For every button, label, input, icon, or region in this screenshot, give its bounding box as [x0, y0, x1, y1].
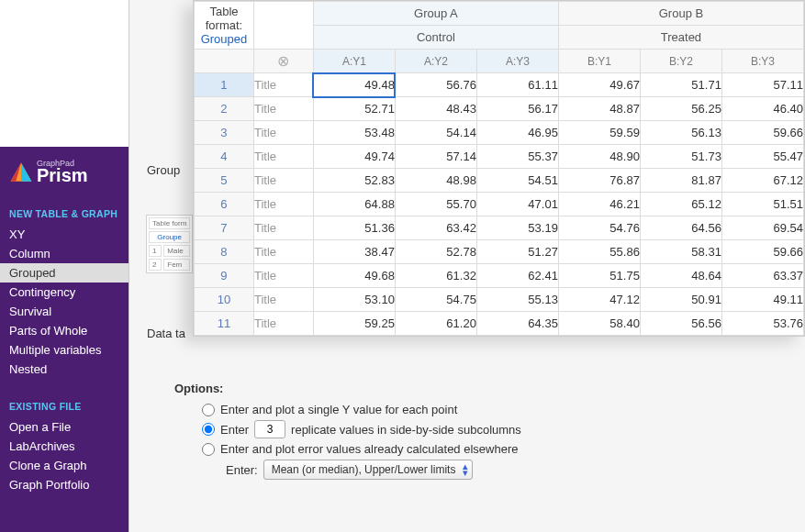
sidebar-item-xy[interactable]: XY: [0, 225, 129, 244]
row-title-cell[interactable]: Title: [253, 288, 313, 312]
data-cell[interactable]: 55.13: [476, 288, 558, 312]
data-cell[interactable]: 56.76: [395, 73, 476, 97]
data-cell[interactable]: 48.64: [640, 264, 721, 288]
data-cell[interactable]: 54.51: [476, 169, 558, 193]
row-number[interactable]: 3: [195, 121, 254, 145]
data-cell[interactable]: 50.91: [640, 288, 721, 312]
row-number[interactable]: 4: [195, 145, 254, 169]
data-cell[interactable]: 56.56: [640, 312, 721, 336]
sidebar-item-contingency[interactable]: Contingency: [0, 283, 129, 302]
data-cell[interactable]: 52.83: [313, 169, 395, 193]
data-cell[interactable]: 64.35: [476, 312, 558, 336]
sidebar-item-nested[interactable]: Nested: [0, 360, 129, 379]
data-cell[interactable]: 38.47: [313, 240, 395, 264]
data-cell[interactable]: 48.43: [395, 97, 476, 121]
data-cell[interactable]: 61.20: [395, 312, 476, 336]
data-cell[interactable]: 55.37: [476, 145, 558, 169]
option-error-values[interactable]: Enter and plot error values already calc…: [202, 442, 521, 456]
replicates-count-input[interactable]: [254, 420, 285, 438]
data-cell[interactable]: 53.19: [476, 216, 558, 240]
data-cell[interactable]: 62.41: [476, 264, 558, 288]
sidebar-item-survival[interactable]: Survival: [0, 302, 129, 321]
data-cell[interactable]: 51.73: [640, 145, 721, 169]
data-cell[interactable]: 63.37: [721, 264, 803, 288]
data-cell[interactable]: 59.25: [313, 312, 395, 336]
data-cell[interactable]: 58.40: [558, 312, 640, 336]
data-cell[interactable]: 46.95: [476, 121, 558, 145]
row-title-cell[interactable]: Title: [253, 121, 313, 145]
data-cell[interactable]: 61.11: [476, 73, 558, 97]
subcol-b-y2[interactable]: B:Y2: [640, 50, 721, 73]
data-cell[interactable]: 46.40: [721, 97, 803, 121]
sidebar-item-open-a-file[interactable]: Open a File: [0, 417, 129, 437]
enter-select[interactable]: Mean (or median), Upper/Lower limits ▴▾: [263, 460, 474, 480]
data-cell[interactable]: 67.12: [721, 169, 803, 193]
sidebar-item-multiple-variables[interactable]: Multiple variables: [0, 340, 129, 360]
data-cell[interactable]: 57.11: [721, 73, 803, 97]
option-single-y[interactable]: Enter and plot a single Y value for each…: [202, 403, 521, 416]
data-cell[interactable]: 49.67: [558, 73, 640, 97]
data-cell[interactable]: 46.21: [558, 193, 640, 216]
data-cell[interactable]: 48.98: [395, 169, 476, 193]
subcol-a-y3[interactable]: A:Y3: [476, 50, 558, 73]
row-title-cell[interactable]: Title: [253, 169, 313, 193]
data-cell[interactable]: 61.32: [395, 264, 476, 288]
data-cell[interactable]: 48.90: [558, 145, 640, 169]
row-title-cell[interactable]: Title: [253, 145, 313, 169]
data-cell[interactable]: 53.48: [313, 121, 395, 145]
row-number[interactable]: 7: [195, 216, 254, 240]
data-cell[interactable]: 57.14: [395, 145, 476, 169]
data-cell[interactable]: 48.87: [558, 97, 640, 121]
group-a-header[interactable]: Group A: [313, 2, 558, 26]
option-replicates[interactable]: Enter replicate values in side-by-side s…: [202, 420, 521, 438]
row-number[interactable]: 8: [195, 240, 254, 264]
data-cell[interactable]: 51.51: [721, 193, 803, 216]
radio-single[interactable]: [202, 404, 215, 416]
sidebar-item-clone-a-graph[interactable]: Clone a Graph: [0, 456, 129, 475]
row-number[interactable]: 2: [195, 97, 254, 121]
data-cell[interactable]: 51.36: [313, 216, 395, 240]
sidebar-item-parts-of-whole[interactable]: Parts of Whole: [0, 321, 129, 340]
row-title-cell[interactable]: Title: [253, 193, 313, 216]
row-title-cell[interactable]: Title: [253, 264, 313, 288]
data-cell[interactable]: 59.59: [558, 121, 640, 145]
data-cell[interactable]: 54.76: [558, 216, 640, 240]
data-cell[interactable]: 52.78: [395, 240, 476, 264]
data-cell[interactable]: 55.47: [721, 145, 803, 169]
data-cell[interactable]: 49.68: [313, 264, 395, 288]
sidebar-item-grouped[interactable]: Grouped: [0, 263, 129, 283]
data-cell[interactable]: 49.11: [721, 288, 803, 312]
data-cell[interactable]: 55.70: [395, 193, 476, 216]
data-cell[interactable]: 56.17: [476, 97, 558, 121]
data-cell[interactable]: 65.12: [640, 193, 721, 216]
group-a-title[interactable]: Control: [313, 26, 558, 50]
data-cell[interactable]: 56.13: [640, 121, 721, 145]
data-cell[interactable]: 55.86: [558, 240, 640, 264]
row-title-cell[interactable]: Title: [253, 73, 313, 97]
data-cell[interactable]: 59.66: [721, 121, 803, 145]
table-format-link[interactable]: Grouped: [195, 32, 253, 46]
row-number[interactable]: 1: [195, 73, 254, 97]
data-cell[interactable]: 58.31: [640, 240, 721, 264]
row-number[interactable]: 11: [195, 312, 254, 336]
radio-replicates[interactable]: [202, 423, 215, 436]
data-cell[interactable]: 51.71: [640, 73, 721, 97]
data-cell[interactable]: 52.71: [313, 97, 395, 121]
row-number[interactable]: 5: [195, 169, 254, 193]
data-cell[interactable]: 56.25: [640, 97, 721, 121]
row-number[interactable]: 6: [195, 193, 254, 216]
clear-header[interactable]: ⊗: [253, 50, 313, 73]
data-cell[interactable]: 54.75: [395, 288, 476, 312]
data-cell[interactable]: 53.76: [721, 312, 803, 336]
row-number[interactable]: 10: [195, 288, 254, 312]
row-title-cell[interactable]: Title: [253, 312, 313, 336]
data-cell[interactable]: 59.66: [721, 240, 803, 264]
group-b-header[interactable]: Group B: [558, 2, 803, 26]
subcol-b-y3[interactable]: B:Y3: [721, 50, 803, 73]
group-b-title[interactable]: Treated: [558, 26, 803, 50]
sidebar-item-labarchives[interactable]: LabArchives: [0, 437, 129, 456]
sidebar-item-graph-portfolio[interactable]: Graph Portfolio: [0, 475, 129, 494]
data-cell[interactable]: 64.56: [640, 216, 721, 240]
subcol-a-y2[interactable]: A:Y2: [395, 50, 476, 73]
subcol-b-y1[interactable]: B:Y1: [558, 50, 640, 73]
